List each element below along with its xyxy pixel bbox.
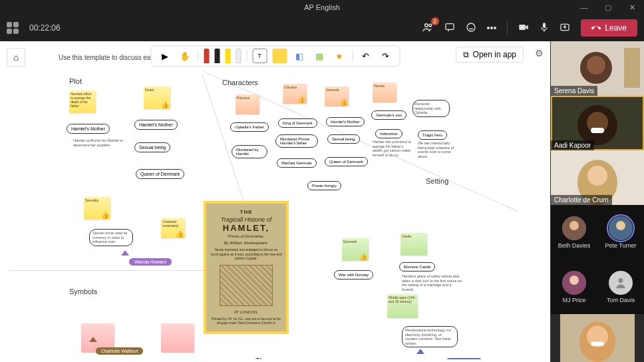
grid-icon[interactable] bbox=[7, 22, 19, 34]
participant-tile[interactable]: Pete Turner bbox=[597, 205, 644, 260]
pan-tool-icon[interactable]: ✋ bbox=[178, 49, 192, 63]
participant-tile[interactable]: Beth Davies bbox=[551, 205, 597, 260]
black-pen-icon[interactable] bbox=[214, 49, 220, 63]
ink-bubble[interactable]: Queen of Denmark bbox=[325, 157, 368, 166]
mic-icon[interactable] bbox=[540, 22, 549, 35]
ink-bubble[interactable]: Queen of Denmark bbox=[136, 169, 184, 179]
ink-bubble[interactable]: Murdered Prince Hamlet's father bbox=[275, 134, 318, 148]
image-icon[interactable]: ▦ bbox=[312, 49, 327, 63]
sticky-note[interactable]: Character uncertainty👍 bbox=[161, 218, 185, 238]
sticky-note[interactable] bbox=[161, 323, 194, 353]
ink-bubble[interactable]: Hamlet's Mother bbox=[67, 124, 110, 134]
undo-icon[interactable]: ↶ bbox=[358, 49, 373, 63]
hamlet-title-page-image[interactable]: THE Tragicall Historie of HAMLET, Prince… bbox=[204, 201, 289, 334]
participant-tile[interactable] bbox=[551, 314, 644, 362]
ink-bubble[interactable]: Hamlet's Mother bbox=[326, 117, 365, 126]
svg-point-24 bbox=[619, 278, 623, 283]
whiteboard[interactable]: ⌂ Use this template to discuss each c ▶ … bbox=[0, 41, 551, 362]
ink-bubble[interactable]: Power hungry bbox=[307, 181, 341, 190]
yellow-highlighter-icon[interactable] bbox=[225, 49, 230, 63]
sticky-note[interactable]: Polonius bbox=[236, 94, 259, 114]
avatar bbox=[609, 216, 633, 240]
sticky-note[interactable]: Hamlet bbox=[373, 83, 397, 102]
ink-bubble[interactable]: Tragic hero bbox=[418, 130, 447, 140]
text-tool-icon[interactable]: T bbox=[252, 49, 267, 63]
svg-point-0 bbox=[424, 23, 428, 27]
participant-tile[interactable]: Charlotte de Crum bbox=[551, 150, 644, 205]
ink-bubble[interactable]: Sexual being bbox=[327, 134, 360, 144]
ink-bubble[interactable]: Married Gertrude bbox=[277, 158, 317, 168]
star-icon[interactable]: ★ bbox=[332, 49, 347, 63]
participant-row: Beth Davies Pete Turner bbox=[551, 205, 644, 260]
section-setting: Setting bbox=[426, 177, 448, 185]
svg-point-19 bbox=[569, 221, 579, 230]
cursor-icon bbox=[121, 250, 129, 256]
ink-bubble[interactable]: Ophelia's Father bbox=[230, 122, 269, 132]
ink-bubble[interactable]: Hamlet's Mother bbox=[134, 120, 178, 130]
red-pen-icon[interactable] bbox=[204, 49, 209, 63]
redo-icon[interactable]: ↷ bbox=[378, 49, 393, 63]
participant-tile[interactable]: Aadi Kapoor bbox=[551, 96, 644, 150]
gear-icon[interactable]: ⚙ bbox=[535, 48, 544, 59]
sticky-note[interactable]: Hamlets effort to avenge the death of hi… bbox=[69, 90, 96, 113]
home-button[interactable]: ⌂ bbox=[7, 48, 25, 67]
svg-rect-10 bbox=[624, 48, 640, 88]
maximize-icon[interactable]: ▢ bbox=[596, 0, 620, 15]
shapes-icon[interactable]: ◧ bbox=[292, 49, 307, 63]
participant-tile[interactable]: Serena Davis bbox=[551, 41, 644, 96]
sticky-note[interactable]: Claudius👍 bbox=[283, 84, 307, 104]
participant-tile[interactable]: MJ Price bbox=[551, 260, 597, 314]
avatar bbox=[562, 271, 586, 295]
svg-point-23 bbox=[569, 275, 579, 285]
svg-rect-4 bbox=[520, 25, 526, 30]
notification-badge: 2 bbox=[431, 17, 439, 25]
svg-point-21 bbox=[616, 221, 625, 230]
leave-button[interactable]: Leave bbox=[581, 19, 637, 37]
avatar bbox=[609, 271, 633, 295]
ink-annotation: We are intentionally being kept unaware … bbox=[418, 141, 455, 158]
ink-bubble[interactable]: Gertrude's son bbox=[371, 110, 406, 120]
section-symbols: Symbols bbox=[69, 287, 97, 295]
svg-rect-28 bbox=[591, 342, 603, 346]
open-in-app-button[interactable]: ⧉ Open in app bbox=[456, 47, 524, 63]
people-icon[interactable]: 2 bbox=[422, 21, 434, 35]
ink-bubble[interactable]: Murdered by Hamlet bbox=[232, 145, 267, 158]
ink-bubble[interactable]: King of Denmark bbox=[278, 118, 317, 128]
sticky-note[interactable]: Sexuality👍 bbox=[84, 197, 110, 220]
pointer-tool-icon[interactable]: ▶ bbox=[158, 49, 172, 63]
ink-bubble[interactable]: Elsinore Castle bbox=[399, 262, 435, 272]
thumbs-up-icon[interactable]: 👍 bbox=[161, 101, 169, 108]
close-icon[interactable]: ✕ bbox=[620, 0, 644, 15]
participant-name: Charlotte de Crum bbox=[551, 195, 612, 205]
title-bar: AP English — ▢ ✕ bbox=[0, 0, 644, 15]
canvas[interactable]: Plot Characters Setting Symbols Themes H… bbox=[3, 71, 548, 359]
thumbs-up-icon[interactable]: 👍 bbox=[339, 98, 347, 106]
ink-bubble[interactable]: Sexual being bbox=[134, 142, 170, 152]
sticky-note[interactable]: Denmark👍 bbox=[342, 238, 369, 261]
camera-icon[interactable] bbox=[518, 23, 529, 34]
thumbs-up-icon[interactable]: 👍 bbox=[359, 253, 367, 260]
meeting-toolbar: 00:22:06 2 ••• Leave bbox=[0, 15, 644, 41]
thumbs-up-icon[interactable]: 👍 bbox=[297, 96, 305, 103]
collaborator-cursor: Wanda Howard bbox=[129, 258, 172, 266]
chat-icon[interactable] bbox=[444, 22, 455, 35]
participant-tile[interactable]: Tom Davis bbox=[597, 260, 644, 314]
collaborator-cursor: Aadi Kapoor bbox=[446, 358, 482, 359]
ink-annotation: Sexual virtue used as currency in order … bbox=[89, 229, 133, 246]
svg-rect-14 bbox=[591, 128, 604, 133]
sticky-note-icon[interactable] bbox=[272, 49, 287, 63]
sticky-note[interactable]: Gertrude👍 bbox=[325, 87, 349, 106]
ink-bubble[interactable]: Indecisive bbox=[375, 129, 402, 138]
minimize-icon[interactable]: — bbox=[572, 0, 596, 15]
reactions-icon[interactable] bbox=[466, 22, 476, 35]
sticky-note[interactable]: Middle ages (14th and 15 century) bbox=[387, 294, 418, 318]
thumbs-up-icon[interactable]: 👍 bbox=[176, 230, 184, 238]
participant-name: Serena Davis bbox=[551, 86, 597, 96]
share-icon[interactable] bbox=[560, 22, 570, 35]
more-icon[interactable]: ••• bbox=[487, 23, 497, 33]
thumbs-up-icon[interactable]: 👍 bbox=[101, 212, 109, 219]
eraser-icon[interactable] bbox=[236, 49, 241, 63]
sticky-note[interactable]: Castle bbox=[401, 233, 427, 256]
ink-bubble[interactable]: War with Norway bbox=[334, 270, 373, 279]
sticky-note[interactable]: Death👍 bbox=[144, 87, 170, 109]
